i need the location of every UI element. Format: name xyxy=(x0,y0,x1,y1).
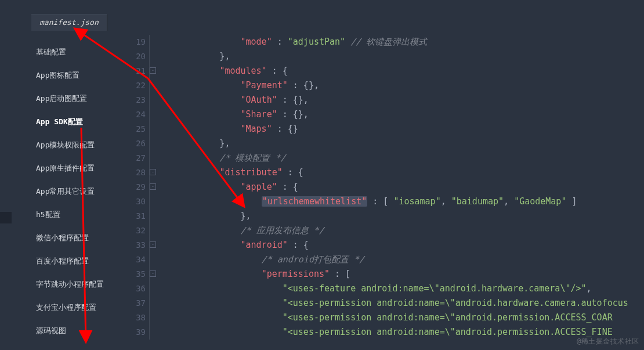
sidebar-item-6[interactable]: App常用其它设置 xyxy=(31,180,113,203)
code-line: "Maps" : {} xyxy=(150,122,644,136)
gutter-line: 39 xyxy=(116,325,149,340)
gutter-line: 31 xyxy=(116,209,149,223)
gutter-line: 29- xyxy=(116,180,149,194)
gutter-line: 37 xyxy=(116,296,149,311)
code-line: "distribute" : { xyxy=(150,165,644,180)
tab-label: manifest.json xyxy=(39,18,99,27)
sidebar-item-10[interactable]: 字节跳动小程序配置 xyxy=(31,273,113,296)
code-line: "Payment" : {}, xyxy=(150,78,644,93)
gutter-line: 38 xyxy=(116,311,149,325)
code-line: /* 模块配置 */ xyxy=(150,151,644,165)
code-line: "<uses-permission android:name=\"android… xyxy=(150,311,644,325)
code-line: }, xyxy=(150,209,644,223)
code-line: /* 应用发布信息 */ xyxy=(150,223,644,238)
gutter-line: 30 xyxy=(116,194,149,209)
gutter-line: 27 xyxy=(116,151,149,165)
gutter-line: 23 xyxy=(116,93,149,107)
sidebar-item-8[interactable]: 微信小程序配置 xyxy=(31,226,113,250)
gutter-line: 24 xyxy=(116,107,149,122)
code-line: "mode" : "adjustPan" // 软键盘弹出模式 xyxy=(150,35,644,49)
gutter-line: 28- xyxy=(116,165,149,180)
code-line: "OAuth" : {}, xyxy=(150,93,644,107)
sidebar-item-0[interactable]: 基础配置 xyxy=(31,41,113,64)
watermark: @稀土掘金技术社区 xyxy=(577,337,639,347)
left-strip xyxy=(0,212,12,223)
code-line: "modules" : { xyxy=(150,64,644,78)
gutter-line: 34 xyxy=(116,252,149,267)
code-line: }, xyxy=(150,49,644,64)
gutter-line: 21- xyxy=(116,64,149,78)
sidebar-item-9[interactable]: 百度小程序配置 xyxy=(31,250,113,273)
code-line: "permissions" : [ xyxy=(150,267,644,282)
config-sidebar: 基础配置App图标配置App启动图配置App SDK配置App模块权限配置App… xyxy=(31,41,113,342)
line-gutter: 192021-22232425262728-29-30313233-3435-3… xyxy=(116,35,150,340)
sidebar-item-5[interactable]: App原生插件配置 xyxy=(31,157,113,180)
sidebar-item-2[interactable]: App启动图配置 xyxy=(31,87,113,110)
tab-manifest-json[interactable]: manifest.json xyxy=(31,14,107,31)
sidebar-item-7[interactable]: h5配置 xyxy=(31,203,113,226)
code-line: "<uses-feature android:name=\"android.ha… xyxy=(150,282,644,296)
gutter-line: 32 xyxy=(116,223,149,238)
code-line: "android" : { xyxy=(150,238,644,252)
code-line: "<uses-permission android:name=\"android… xyxy=(150,325,644,340)
code-editor[interactable]: "mode" : "adjustPan" // 软键盘弹出模式 }, "modu… xyxy=(150,35,644,350)
code-line: "Share" : {}, xyxy=(150,107,644,122)
code-line: }, xyxy=(150,136,644,151)
code-line: "urlschemewhitelist" : [ "iosamap", "bai… xyxy=(150,194,644,209)
code-line: "apple" : { xyxy=(150,180,644,194)
gutter-line: 22 xyxy=(116,78,149,93)
gutter-line: 19 xyxy=(116,35,149,49)
code-line: "<uses-permission android:name=\"android… xyxy=(150,296,644,311)
gutter-line: 25 xyxy=(116,122,149,136)
sidebar-item-1[interactable]: App图标配置 xyxy=(31,64,113,87)
gutter-line: 26 xyxy=(116,136,149,151)
sidebar-item-11[interactable]: 支付宝小程序配置 xyxy=(31,296,113,319)
tab-bar: manifest.json xyxy=(31,14,107,31)
code-line: /* android打包配置 */ xyxy=(150,252,644,267)
sidebar-item-12[interactable]: 源码视图 xyxy=(31,319,113,342)
gutter-line: 36 xyxy=(116,282,149,296)
gutter-line: 20 xyxy=(116,49,149,64)
gutter-line: 35- xyxy=(116,267,149,282)
sidebar-item-3[interactable]: App SDK配置 xyxy=(31,110,113,133)
sidebar-item-4[interactable]: App模块权限配置 xyxy=(31,133,113,157)
gutter-line: 33- xyxy=(116,238,149,252)
